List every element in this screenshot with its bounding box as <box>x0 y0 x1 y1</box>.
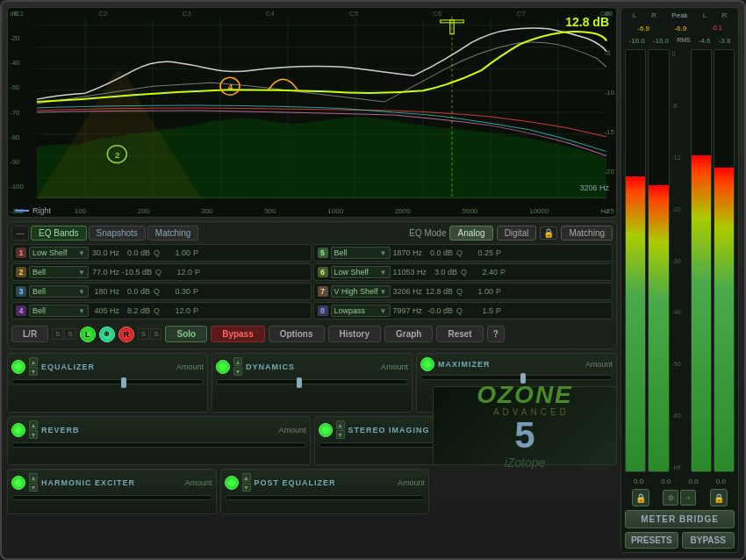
band-num-1: 1 <box>16 248 26 258</box>
band-num-3: 3 <box>16 286 26 297</box>
stereo-icon4[interactable]: S <box>150 328 161 340</box>
dyn-slider[interactable] <box>216 379 408 384</box>
rms-r-val: -16.0 <box>653 37 669 45</box>
meter-fill-R <box>649 185 668 471</box>
lr-toggle-btn[interactable]: L/R <box>11 326 48 342</box>
band-row-8: 8 Lowpass▼ 7997 Hz -0.0 dB Q 1.5 P <box>313 302 613 319</box>
legend-line <box>15 210 29 212</box>
options-btn[interactable]: Options <box>269 326 325 342</box>
mode-lock-icon[interactable]: 🔒 <box>540 226 557 240</box>
band-q-label-1: Q <box>154 248 160 257</box>
dyn-power-btn[interactable] <box>216 360 230 374</box>
band-q-label-8: Q <box>456 306 463 315</box>
solo-btn[interactable]: Solo <box>165 326 207 342</box>
band-q-7: 1.00 <box>465 287 493 296</box>
band-type-7[interactable]: V High Shelf▼ <box>331 285 391 298</box>
max-amount-label: Amount <box>585 360 613 369</box>
band-type-4[interactable]: Bell▼ <box>29 305 89 317</box>
stereo-icon[interactable]: S <box>52 328 63 340</box>
rev-down-btn[interactable]: ▼ <box>29 430 38 439</box>
history-btn[interactable]: History <box>328 326 381 342</box>
band-type-8[interactable]: Lowpass▼ <box>331 305 391 317</box>
graph-btn[interactable]: Graph <box>384 326 433 342</box>
harm-slider[interactable] <box>11 495 212 500</box>
band-type-5[interactable]: Bell▼ <box>331 247 391 259</box>
tab-matching[interactable]: Matching <box>147 226 199 241</box>
posteq-up-btn[interactable]: ▲ <box>242 473 251 482</box>
posteq-slider[interactable] <box>225 495 426 500</box>
meter-left-group <box>625 49 670 472</box>
tab-eq-bands[interactable]: EQ Bands <box>31 226 87 241</box>
meter-bottom-values: 0.0 0.0 0.0 0.0 <box>625 477 735 485</box>
band-type-2[interactable]: Bell▼ <box>29 266 89 278</box>
mode-matching-btn[interactable]: Matching <box>561 226 613 241</box>
band-q-6: 2.40 <box>470 268 498 276</box>
lock-right-icon[interactable]: 🔒 <box>710 489 728 506</box>
band-type-3[interactable]: Bell▼ <box>29 285 89 298</box>
r-channel-btn[interactable]: R <box>118 327 134 342</box>
top-section: 4 2 dB -20 -40 -60 -70 -80 -90 -100 -110 <box>7 7 739 553</box>
link-btn[interactable]: ⊕ <box>99 327 115 342</box>
meter-top-labels: L R Peak L R <box>625 11 735 19</box>
l-channel-btn[interactable]: L <box>80 327 96 342</box>
max-slider[interactable] <box>420 375 613 380</box>
peak-l-val: -6.9 <box>637 25 649 32</box>
band-p-8: P <box>496 306 501 315</box>
freq-labels: 50 100 200 300 500 1000 2000 5000 10000 … <box>8 207 616 215</box>
band-type-1[interactable]: Low Shelf▼ <box>29 247 89 259</box>
presets-btn[interactable]: PRESETS <box>625 532 678 549</box>
band-freq-6: 11053 Hz <box>393 268 427 276</box>
module-harmonic: ▲ ▼ HARMONIC EXCITER Amount <box>7 469 217 514</box>
stereo-icon2[interactable]: S <box>64 328 75 340</box>
right-bypass-btn[interactable]: BYPASS <box>682 532 735 549</box>
dyn-up-btn[interactable]: ▲ <box>233 357 242 366</box>
bottom-controls: L/R S S L ⊕ R S S Solo Bypass Options <box>11 323 613 345</box>
meter-bridge-btn[interactable]: METER BRIDGE <box>625 510 735 528</box>
tab-snapshots[interactable]: Snapshots <box>89 226 146 241</box>
eq-power-btn[interactable] <box>11 360 25 374</box>
harm-up-btn[interactable]: ▲ <box>29 473 38 482</box>
harm-down-btn[interactable]: ▼ <box>29 483 38 492</box>
meter-plus-btn[interactable]: + <box>680 490 696 506</box>
band-num-8: 8 <box>318 305 328 316</box>
help-btn[interactable]: ? <box>487 326 505 342</box>
band-q-label-5: Q <box>456 248 463 257</box>
stereo-up-btn[interactable]: ▲ <box>336 420 345 429</box>
band-p-2: P <box>195 268 200 276</box>
left-panel: 4 2 dB -20 -40 -60 -70 -80 -90 -100 -110 <box>7 7 617 553</box>
band-freq-5: 1870 Hz <box>393 248 423 257</box>
stereo-power-btn[interactable] <box>319 423 333 437</box>
lock-left-icon[interactable]: 🔒 <box>632 489 649 506</box>
rev-up-btn[interactable]: ▲ <box>29 420 38 429</box>
mode-analog-btn[interactable]: Analog <box>449 226 492 241</box>
eq-mode-label: EQ Mode <box>409 228 446 238</box>
band-type-6[interactable]: Low Shelf▼ <box>331 266 391 278</box>
rev-power-btn[interactable] <box>11 423 25 437</box>
stereo-down-btn[interactable]: ▼ <box>336 430 345 439</box>
posteq-power-btn[interactable] <box>225 476 239 490</box>
meter-settings-btn[interactable]: ⚙ <box>663 490 678 506</box>
band-p-3: P <box>193 287 198 296</box>
meter-bar-R <box>648 49 669 472</box>
band-q-label-4: Q <box>154 306 160 315</box>
bypass-btn[interactable]: Bypass <box>211 326 265 342</box>
max-power-btn[interactable] <box>420 357 434 371</box>
rev-slider[interactable] <box>11 442 306 448</box>
presets-row: PRESETS BYPASS <box>625 532 735 549</box>
mode-digital-btn[interactable]: Digital <box>497 226 537 241</box>
eq-slider[interactable] <box>11 379 204 384</box>
eq-down-btn[interactable]: ▼ <box>29 367 38 376</box>
reset-btn[interactable]: Reset <box>436 326 483 342</box>
band-q-1: 1.00 <box>162 248 190 257</box>
meter-bar-L <box>625 49 646 472</box>
stereo-icon3[interactable]: S <box>138 328 149 340</box>
harm-power-btn[interactable] <box>11 476 25 490</box>
eq-display[interactable]: 4 2 dB -20 -40 -60 -70 -80 -90 -100 -110 <box>7 7 617 218</box>
eq-minus-btn[interactable]: — <box>11 226 29 241</box>
eq-up-btn[interactable]: ▲ <box>29 357 38 366</box>
dyn-down-btn[interactable]: ▼ <box>233 367 242 376</box>
max-module-title: MAXIMIZER <box>438 360 491 369</box>
band-db-6: 3.0 dB <box>429 268 457 276</box>
meter-right-group <box>691 49 735 472</box>
posteq-down-btn[interactable]: ▼ <box>242 483 251 492</box>
